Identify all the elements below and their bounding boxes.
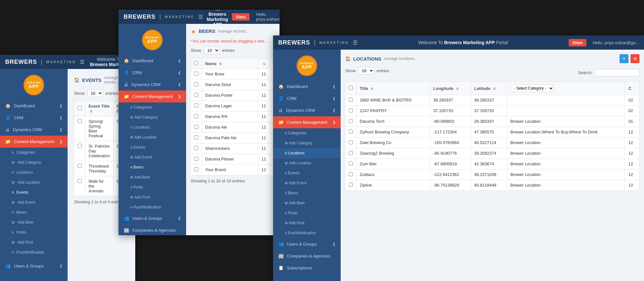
sidebar-item-users-1[interactable]: 👥 Users & Groups ❮ — [0, 260, 68, 272]
sidebar-item-companies-4[interactable]: 🏢 Companies & Agencies — [273, 250, 341, 262]
sidebar-sub-push-2[interactable]: ≡ PushNotification — [118, 202, 186, 212]
sidebar-item-dynamics-4[interactable]: 🖨 Dynamics CRM ❮ — [273, 104, 341, 116]
bcheck-2[interactable] — [194, 82, 198, 86]
sidebar-sub-addcat-4[interactable]: ⊕ Add Category — [273, 138, 341, 148]
sites-btn-4[interactable]: Sites — [569, 39, 586, 46]
sidebar-sub-events-1[interactable]: ≡ Events — [0, 188, 68, 198]
lcheck-9[interactable] — [349, 183, 353, 187]
sidebar-item-content-1[interactable]: 📁 Content Management ❯ — [0, 136, 68, 148]
chevron-1: ❮ — [60, 104, 62, 108]
show-select-beers[interactable]: 10 — [204, 47, 220, 54]
sidebar-item-dynamics-2[interactable]: 🖨 Dynamics CRM ❮ — [118, 79, 186, 91]
crm-icon-2: 👤 — [124, 70, 129, 75]
hamburger-icon-1[interactable]: ☰ — [80, 59, 84, 65]
check-4[interactable] — [78, 179, 82, 183]
sidebar-sub-addpost-1[interactable]: ⊕ Add Post — [0, 237, 68, 247]
sidebar-sub-addcat-1[interactable]: ⊕ Add Category — [0, 158, 68, 168]
sidebar-sub-categories-4[interactable]: ≡ Categories — [273, 128, 341, 138]
sidebar-sub-addevent-4[interactable]: ⊕ Add Event — [273, 178, 341, 188]
sidebar-sub-beers-2[interactable]: ≡ Beers — [118, 162, 186, 172]
sidebar-sub-addloc-2[interactable]: ⊕ Add Location — [118, 132, 186, 142]
bcheck-8[interactable] — [194, 146, 198, 150]
lcheck-1[interactable] — [349, 98, 353, 102]
bcheck-3[interactable] — [194, 93, 198, 97]
hamburger-icon-2[interactable]: ☰ — [198, 14, 203, 20]
sidebar-sub-addcat-2[interactable]: ⊕ Add Category — [118, 112, 186, 122]
show-select-loc[interactable]: 10 — [358, 67, 374, 74]
sites-btn-2[interactable]: Sites — [232, 13, 250, 21]
events-select-all[interactable] — [78, 106, 82, 110]
sidebar-sub-addevent-1[interactable]: ⊕ Add Event — [0, 198, 68, 208]
bcheck-4[interactable] — [194, 103, 198, 108]
sidebar-item-crm-1[interactable]: 👤 CRM ❮ — [0, 112, 68, 124]
lcheck-8[interactable] — [349, 172, 353, 176]
check-1[interactable] — [78, 119, 82, 123]
sidebar-sub-addloc-1[interactable]: ⊕ Add Location — [0, 178, 68, 188]
sidebar-label-dashboard-2: DashBoard — [132, 58, 153, 63]
sidebar-item-dashboard-2[interactable]: 🏠 DashBoard ❮ — [118, 55, 186, 67]
sidebar-sub-addpost-2[interactable]: ⊕ Add Post — [118, 192, 186, 202]
loc-cat-1 — [507, 95, 625, 106]
table-row: 1247 PANTRY 37.105733 37.105733 02 — [346, 106, 639, 116]
sidebar-sub-locations-2[interactable]: ≡ Locations — [118, 122, 186, 132]
search-input-loc[interactable] — [594, 69, 639, 76]
bcheck-1[interactable] — [194, 72, 198, 76]
sidebar-item-companies-2[interactable]: 🏢 Companies & Agencies — [118, 224, 186, 235]
lcheck-3[interactable] — [349, 119, 353, 123]
sidebar-item-dashboard-1[interactable]: 🏠 DashBoard ❮ — [0, 100, 68, 112]
lcheck-6[interactable] — [349, 151, 353, 155]
sidebar-item-content-4[interactable]: 📁 Content Management ❯ — [273, 116, 341, 128]
loc-select-all[interactable] — [349, 86, 353, 90]
lcheck-5[interactable] — [349, 140, 353, 144]
loc-title-9: Zipline — [356, 180, 430, 191]
bcheck-6[interactable] — [194, 125, 198, 129]
chevron-users-1: ❮ — [60, 264, 62, 268]
dynamics-icon-4: 🖨 — [278, 108, 283, 113]
sidebar-sub-posts-1[interactable]: ≡ Posts — [0, 228, 68, 237]
sidebar-item-crm-2[interactable]: 👤 CRM ❮ — [118, 67, 186, 79]
lcheck-7[interactable] — [349, 161, 353, 166]
sidebar-sub-push-1[interactable]: ≡ PushNotification — [0, 247, 68, 257]
sidebar-item-dynamics-1[interactable]: 🖨 Dynamics CRM ❮ — [0, 124, 68, 136]
sidebar-sub-beers-4[interactable]: ≡ Beers — [273, 188, 341, 198]
sidebar-sub-addbeer-1[interactable]: ⊕ Add Beer — [0, 218, 68, 228]
bcheck-10[interactable] — [194, 167, 198, 171]
sidebar-item-dashboard-4[interactable]: 🏠 DashBoard ❮ — [273, 81, 341, 92]
lcheck-4[interactable] — [349, 130, 353, 134]
show-select-events[interactable]: 10 — [87, 90, 103, 97]
sidebar-sub-locations-1[interactable]: ≡ Locations — [0, 168, 68, 178]
delete-location-btn[interactable]: ✕ — [630, 54, 639, 63]
loc-title-6: ZwanzigZ Brewing — [356, 148, 430, 159]
sidebar-sub-events-4[interactable]: ≡ Events — [273, 168, 341, 178]
sidebar-sub-categories-1[interactable]: ≡ Categories — [0, 148, 68, 158]
sidebar-sub-addpost-4[interactable]: ⊕ Add Post — [273, 218, 341, 228]
sidebar-sub-addbeer-4[interactable]: ⊕ Add Beer — [273, 198, 341, 208]
bcheck-9[interactable] — [194, 157, 198, 161]
sidebar-sub-addevent-2[interactable]: ⊕ Add Event — [118, 152, 186, 162]
sidebar-sub-posts-4[interactable]: ≡ Posts — [273, 208, 341, 218]
sidebar-sub-categories-2[interactable]: ≡ Categories — [118, 102, 186, 112]
sidebar-sub-posts-2[interactable]: ≡ Posts — [118, 182, 186, 192]
sidebar-sub-events-2[interactable]: ≡ Events — [118, 142, 186, 152]
add-location-btn[interactable]: + — [620, 54, 629, 63]
sidebar-sub-addloc-4[interactable]: ⊕ Add Location — [273, 158, 341, 168]
bcheck-7[interactable] — [194, 135, 198, 140]
sidebar-sub-locations-4[interactable]: ≡ Locations — [273, 148, 341, 158]
sidebar-item-content-2[interactable]: 📁 Content Management ❯ — [118, 91, 186, 102]
check-3[interactable] — [78, 164, 82, 168]
beer-name-4: Daruma Lager — [202, 101, 258, 111]
sidebar-sub-addbeer-2[interactable]: ⊕ Add Beer — [118, 172, 186, 182]
bcheck-5[interactable] — [194, 114, 198, 118]
hamburger-icon-4[interactable]: ☰ — [353, 40, 357, 46]
category-filter[interactable]: - Select Category - — [510, 84, 554, 92]
sidebar-item-sub-4[interactable]: 📋 Subscriptions — [273, 262, 341, 274]
users-icon-4: 👥 — [278, 241, 284, 247]
sidebar-sub-beers-1[interactable]: ≡ Beers — [0, 208, 68, 218]
sidebar-sub-push-4[interactable]: ≡ PushNotification — [273, 228, 341, 238]
beers-select-all[interactable] — [194, 61, 198, 65]
check-2[interactable] — [78, 144, 82, 148]
lcheck-2[interactable] — [349, 108, 353, 112]
sidebar-item-users-4[interactable]: 👥 Users & Groups ❮ — [273, 238, 341, 250]
sidebar-item-crm-4[interactable]: 👤 CRM ❮ — [273, 92, 341, 104]
sidebar-item-users-2[interactable]: 👥 Users & Groups ❮ — [118, 212, 186, 224]
